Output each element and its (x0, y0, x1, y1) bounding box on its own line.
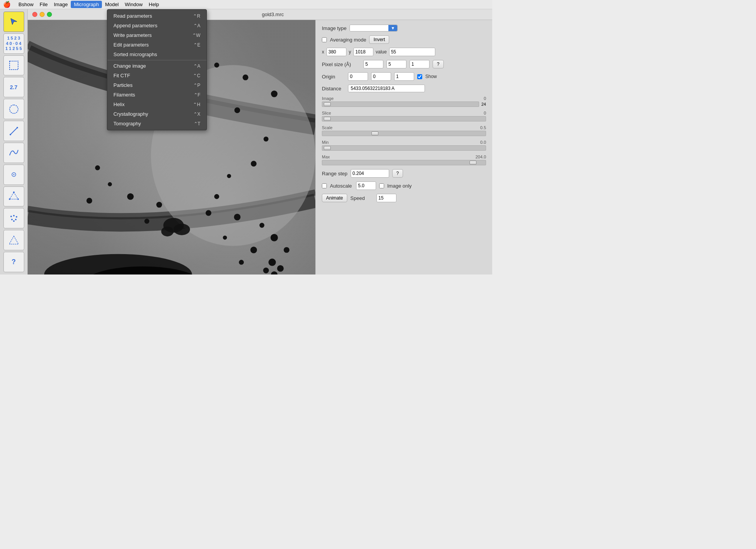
particles-icon (8, 169, 20, 180)
scale-slider-thumb[interactable] (371, 131, 378, 135)
tool-grid[interactable]: 1 5 2 34 0 · 0 41 1 2 5 5 (3, 33, 24, 54)
svg-point-13 (13, 215, 15, 216)
min-val: 0.0 (480, 140, 486, 145)
menu-tomography[interactable]: Tomography ⌃T (107, 119, 206, 128)
right-panel: Image type ▼ Averaging mode Invert x (315, 20, 492, 274)
menu-edit-parameters[interactable]: Edit parameters ⌃E (107, 40, 206, 50)
menu-item-label: Fit CTF (113, 73, 130, 78)
image-type-dropdown-arrow[interactable]: ▼ (388, 25, 397, 31)
menu-sorted-micrographs[interactable]: Sorted micrographs (107, 50, 206, 59)
svg-point-42 (250, 247, 257, 253)
svg-point-38 (234, 214, 240, 220)
autoscale-input[interactable] (356, 181, 376, 190)
menu-item-shortcut: ⌃P (193, 83, 200, 88)
image-slider-row: 24 (322, 101, 486, 107)
menu-item-label: Filaments (113, 92, 135, 98)
image-slider-labels: Image 0 (322, 96, 486, 101)
menu-model[interactable]: Model (102, 1, 122, 8)
tool-line[interactable] (3, 121, 24, 141)
menu-helix[interactable]: Helix ⌃H (107, 100, 206, 109)
origin-z-input[interactable] (394, 72, 414, 81)
show-checkbox[interactable] (417, 74, 422, 79)
autoscale-checkbox[interactable] (322, 183, 327, 188)
tool-particles[interactable] (3, 165, 24, 185)
minimize-button[interactable] (40, 12, 45, 17)
tool-triangle[interactable] (3, 230, 24, 250)
origin-y-input[interactable] (371, 72, 391, 81)
svg-point-31 (243, 75, 248, 80)
speed-input[interactable] (376, 194, 396, 202)
image-type-value[interactable] (350, 25, 388, 31)
apple-menu[interactable]: 🍎 (3, 1, 11, 8)
tool-dots[interactable] (3, 208, 24, 228)
menu-crystallography[interactable]: Crystallography ⌃X (107, 109, 206, 119)
image-only-label: Image only (387, 183, 412, 189)
micrograph-dropdown-menu: Read parameters ⌃R Append parameters ⌃A … (107, 9, 207, 130)
min-slider-thumb[interactable] (324, 146, 331, 150)
menu-read-parameters[interactable]: Read parameters ⌃R (107, 11, 206, 21)
x-input[interactable] (326, 48, 346, 56)
svg-rect-2 (10, 105, 18, 113)
menu-write-parameters[interactable]: Write parameters ⌃W (107, 30, 206, 40)
tool-help[interactable]: ? (3, 252, 24, 272)
scale-slider-row (322, 131, 486, 136)
svg-marker-0 (11, 18, 17, 25)
close-button[interactable] (32, 12, 37, 17)
image-slider-thumb[interactable] (324, 102, 331, 106)
menu-window[interactable]: Window (122, 1, 146, 8)
range-step-input[interactable] (351, 169, 389, 178)
menu-help[interactable]: Help (146, 1, 162, 8)
maximize-button[interactable] (47, 12, 52, 17)
menu-append-parameters[interactable]: Append parameters ⌃A (107, 21, 206, 30)
menu-fit-ctf[interactable]: Fit CTF ⌃C (107, 71, 206, 80)
menu-item-label: Helix (113, 101, 125, 107)
scale-slider-track[interactable] (322, 131, 486, 136)
invert-button[interactable]: Invert (369, 35, 389, 44)
max-slider-track[interactable] (322, 160, 486, 165)
image-type-select[interactable]: ▼ (350, 25, 398, 32)
origin-x-input[interactable] (348, 72, 368, 81)
image-only-checkbox[interactable] (379, 183, 384, 188)
menu-file[interactable]: File (37, 1, 51, 8)
tool-polygon[interactable] (3, 186, 24, 207)
image-slider-track[interactable] (322, 101, 479, 107)
slice-slider-thumb[interactable] (324, 117, 331, 121)
max-slider-thumb[interactable] (470, 161, 476, 165)
pixel-y-input[interactable] (386, 60, 406, 68)
tool-circle[interactable] (3, 99, 24, 119)
menu-item-label: Sorted micrographs (113, 52, 157, 57)
help-icon: ? (12, 258, 16, 266)
value-input[interactable] (389, 48, 435, 56)
svg-point-39 (260, 223, 265, 228)
pixel-x-input[interactable] (363, 60, 383, 68)
svg-point-12 (10, 216, 12, 217)
line-icon (8, 125, 20, 137)
traffic-lights (32, 12, 52, 17)
range-step-help-button[interactable]: ? (392, 169, 403, 178)
tool-select-rect[interactable] (3, 55, 24, 76)
tool-curve[interactable] (3, 143, 24, 163)
pixel-help-button[interactable]: ? (433, 60, 444, 68)
menu-particles[interactable]: Particles ⌃P (107, 80, 206, 90)
menu-change-image[interactable]: Change image ⌃A (107, 61, 206, 71)
range-step-label: Range step (322, 171, 348, 176)
pixel-z-input[interactable] (410, 60, 430, 68)
autoscale-label: Autoscale (330, 183, 353, 189)
menu-image[interactable]: Image (51, 1, 71, 8)
averaging-mode-checkbox[interactable] (322, 37, 327, 42)
svg-point-5 (17, 127, 18, 128)
svg-point-28 (234, 107, 240, 113)
menu-bshow[interactable]: Bshow (15, 1, 37, 8)
y-input[interactable] (353, 48, 373, 56)
menu-filaments[interactable]: Filaments ⌃F (107, 90, 206, 100)
tool-arrow[interactable] (3, 12, 24, 32)
menu-micrograph[interactable]: Micrograph (71, 1, 102, 8)
menu-item-label: Crystallography (113, 111, 148, 117)
slice-slider-track[interactable] (322, 116, 486, 121)
tool-scale[interactable]: 2.7 (3, 77, 24, 97)
min-slider-track[interactable] (322, 145, 486, 151)
origin-label: Origin (322, 74, 345, 80)
menu-item-shortcut: ⌃A (193, 63, 200, 69)
arrow-icon (8, 16, 19, 27)
animate-button[interactable]: Animate (322, 194, 347, 202)
